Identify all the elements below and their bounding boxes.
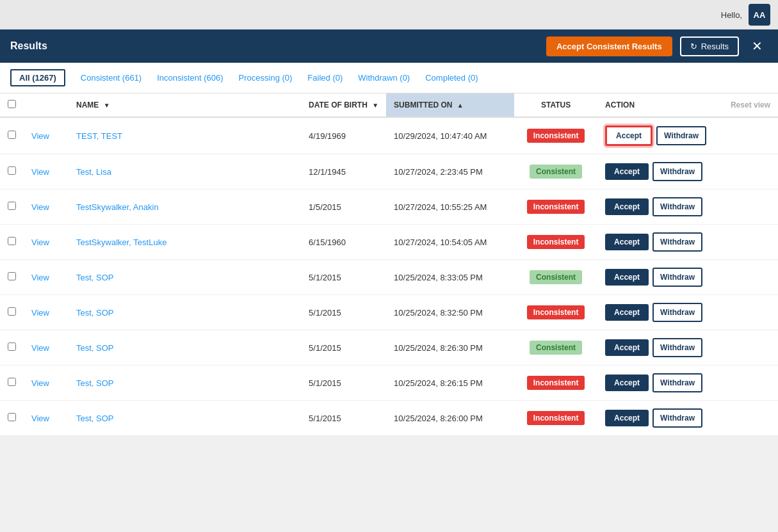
row-view-cell: View [24,189,69,225]
withdraw-button-6[interactable]: Withdraw [652,338,702,357]
accept-button-3[interactable]: Accept [605,234,649,250]
action-group-3: Accept Withdraw [605,232,706,252]
accept-button-6[interactable]: Accept [605,339,649,356]
table-row: View TEST, TEST 4/19/1969 10/29/2024, 10… [0,117,778,154]
row-action-cell: Accept Withdraw [597,225,714,260]
view-link-6[interactable]: View [31,343,49,353]
row-checkbox-cell [0,225,24,260]
row-reset-cell [714,366,778,401]
name-link-1[interactable]: Test, Lisa [76,167,111,177]
view-link-5[interactable]: View [31,308,49,318]
row-checkbox-4[interactable] [8,272,16,280]
row-checkbox-8[interactable] [8,413,16,421]
header-bar: Results Accept Consistent Results ↻ Resu… [0,29,778,63]
tab-consistent[interactable]: Consistent (661) [81,73,142,83]
table-row: View TestSkywalker, TestLuke 6/15/1960 1… [0,225,778,260]
withdraw-button-7[interactable]: Withdraw [652,373,702,392]
name-link-6[interactable]: Test, SOP [76,343,114,353]
name-link-8[interactable]: Test, SOP [76,414,114,423]
close-button[interactable]: ✕ [747,36,768,56]
view-link-1[interactable]: View [31,167,49,177]
table-row: View Test, SOP 5/1/2015 10/25/2024, 8:32… [0,295,778,330]
row-checkbox-cell [0,117,24,154]
status-badge-0: Inconsistent [527,129,585,143]
accept-button-7[interactable]: Accept [605,375,649,391]
row-view-cell: View [24,225,69,260]
name-col-header[interactable]: NAME ▼ [69,93,301,117]
row-checkbox-2[interactable] [8,202,16,210]
row-checkbox-1[interactable] [8,166,16,175]
action-group-1: Accept Withdraw [605,162,706,181]
withdraw-button-1[interactable]: Withdraw [652,162,702,181]
accept-button-2[interactable]: Accept [605,198,649,215]
row-dob-cell: 12/1/1945 [301,154,386,189]
dob-sort-icon: ▼ [372,102,378,109]
withdraw-button-0[interactable]: Withdraw [656,126,706,145]
view-link-0[interactable]: View [31,131,49,141]
row-name-cell: TestSkywalker, Anakin [69,189,301,225]
withdraw-button-3[interactable]: Withdraw [652,232,702,252]
row-submitted-cell: 10/25/2024, 8:26:30 PM [386,330,514,366]
row-status-cell: Inconsistent [514,189,597,225]
name-link-3[interactable]: TestSkywalker, TestLuke [76,238,166,247]
row-action-cell: Accept Withdraw [597,189,714,225]
row-name-cell: TEST, TEST [69,117,301,154]
tab-inconsistent[interactable]: Inconsistent (606) [157,73,223,83]
name-link-2[interactable]: TestSkywalker, Anakin [76,202,159,212]
name-link-4[interactable]: Test, SOP [76,273,114,282]
row-action-cell: Accept Withdraw [597,366,714,401]
table-header-row: NAME ▼ DATE OF BIRTH ▼ SUBMITTED ON ▲ ST… [0,93,778,117]
withdraw-button-8[interactable]: Withdraw [652,408,702,428]
row-checkbox-cell [0,260,24,295]
status-badge-6: Consistent [530,341,582,355]
row-reset-cell [714,117,778,154]
name-link-7[interactable]: Test, SOP [76,378,114,388]
view-link-4[interactable]: View [31,273,49,282]
tab-failed[interactable]: Failed (0) [307,73,343,83]
accept-button-1[interactable]: Accept [605,163,649,180]
tab-all[interactable]: All (1267) [10,69,65,86]
status-badge-8: Inconsistent [527,411,585,425]
view-link-8[interactable]: View [31,414,49,423]
view-link-7[interactable]: View [31,378,49,388]
view-link-3[interactable]: View [31,238,49,247]
tab-withdrawn[interactable]: Withdrawn (0) [358,73,410,83]
withdraw-button-4[interactable]: Withdraw [652,268,702,287]
withdraw-button-2[interactable]: Withdraw [652,197,702,216]
status-badge-2: Inconsistent [527,200,585,214]
row-checkbox-3[interactable] [8,237,16,245]
action-group-7: Accept Withdraw [605,373,706,392]
table-row: View TestSkywalker, Anakin 1/5/2015 10/2… [0,189,778,225]
select-all-header [0,93,24,117]
row-view-cell: View [24,295,69,330]
tab-completed[interactable]: Completed (0) [425,73,478,83]
name-link-0[interactable]: TEST, TEST [76,131,122,141]
reset-view-button[interactable]: Reset view [731,101,770,109]
accept-button-0[interactable]: Accept [605,125,652,146]
row-checkbox-0[interactable] [8,131,16,139]
row-checkbox-7[interactable] [8,378,16,386]
row-reset-cell [714,295,778,330]
submitted-col-header[interactable]: SUBMITTED ON ▲ [386,93,514,117]
dob-col-header[interactable]: DATE OF BIRTH ▼ [301,93,386,117]
row-checkbox-6[interactable] [8,343,16,351]
withdraw-button-5[interactable]: Withdraw [652,303,702,322]
select-all-checkbox[interactable] [8,100,16,108]
row-checkbox-5[interactable] [8,307,16,316]
row-dob-cell: 5/1/2015 [301,260,386,295]
action-group-5: Accept Withdraw [605,303,706,322]
row-reset-cell [714,401,778,436]
row-status-cell: Inconsistent [514,117,597,154]
accept-button-5[interactable]: Accept [605,304,649,321]
table-row: View Test, Lisa 12/1/1945 10/27/2024, 2:… [0,154,778,189]
accept-button-4[interactable]: Accept [605,269,649,286]
view-link-2[interactable]: View [31,202,49,212]
accept-button-8[interactable]: Accept [605,410,649,426]
tab-processing[interactable]: Processing (0) [239,73,293,83]
row-name-cell: Test, SOP [69,260,301,295]
row-action-cell: Accept Withdraw [597,330,714,366]
accept-consistent-button[interactable]: Accept Consistent Results [546,36,672,56]
results-button[interactable]: ↻ Results [680,36,739,56]
name-link-5[interactable]: Test, SOP [76,308,114,318]
refresh-icon: ↻ [690,42,697,51]
